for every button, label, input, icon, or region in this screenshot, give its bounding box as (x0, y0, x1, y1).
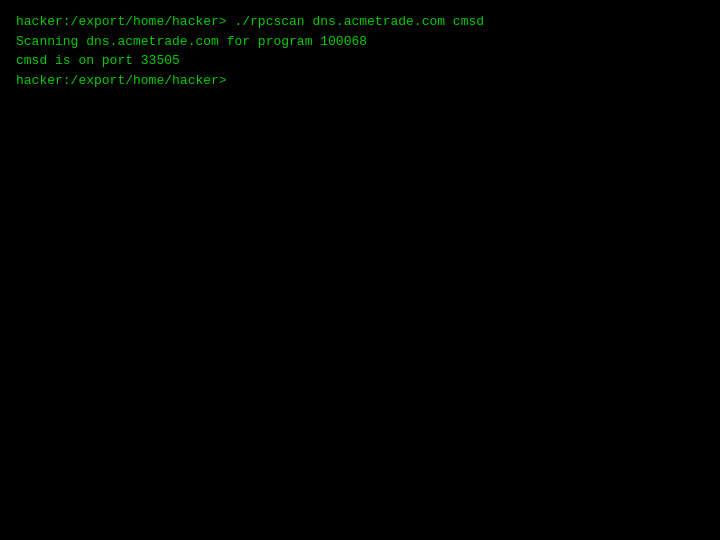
terminal-line-1: hacker:/export/home/hacker> ./rpcscan dn… (16, 12, 704, 32)
terminal-line-4: hacker:/export/home/hacker> (16, 71, 704, 91)
terminal-line-3: cmsd is on port 33505 (16, 51, 704, 71)
terminal-line-2: Scanning dns.acmetrade.com for program 1… (16, 32, 704, 52)
terminal-window[interactable]: hacker:/export/home/hacker> ./rpcscan dn… (0, 0, 720, 540)
